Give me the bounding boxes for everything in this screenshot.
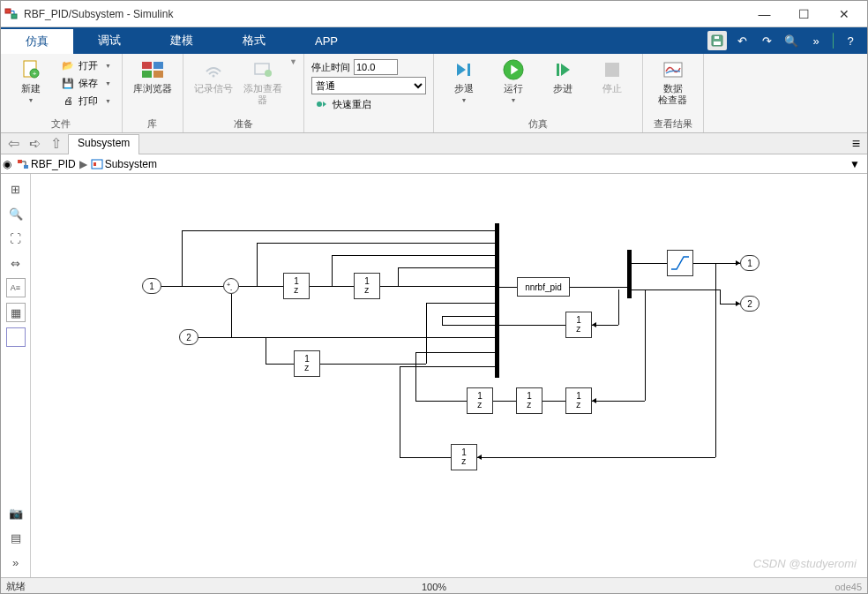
nav-back-icon[interactable]: ⇦: [4, 135, 22, 153]
quick-undo-icon[interactable]: ↶: [732, 31, 752, 50]
explorer-bar: ⇦ ➪ ⇧ Subsystem ≡: [1, 133, 867, 154]
wire: [198, 337, 495, 338]
title-bar: RBF_PID/Subsystem - Simulink — ☐ ✕: [1, 1, 867, 27]
library-icon: [142, 59, 163, 80]
annotate-area-icon[interactable]: [6, 327, 26, 347]
breadcrumb-dropdown[interactable]: ▼: [846, 158, 864, 170]
tab-simulate[interactable]: 仿真: [1, 27, 73, 54]
svg-rect-23: [92, 160, 102, 169]
fit-icon[interactable]: ⛶: [6, 229, 26, 248]
prep-expand[interactable]: ▼: [289, 57, 296, 66]
step-back-button[interactable]: 步退 ▼: [441, 57, 487, 105]
wire: [400, 457, 451, 458]
palette: ⊞ 🔍 ⛶ ⇔ A≡ ▦ 📷 ▤ »: [1, 174, 31, 577]
wire: [645, 289, 646, 401]
print-icon: 🖨: [61, 94, 75, 108]
save-button[interactable]: 💾保存▼: [57, 75, 115, 91]
delay-fb4[interactable]: 1 z: [467, 387, 493, 414]
arrow: [736, 260, 740, 266]
delay-fb1[interactable]: 1 z: [565, 312, 592, 338]
status-ready: 就绪: [6, 580, 26, 593]
step-forward-button[interactable]: 步进: [540, 57, 586, 96]
wire: [592, 401, 645, 402]
tab-debug[interactable]: 调试: [73, 27, 146, 54]
work-area: ⊞ 🔍 ⛶ ⇔ A≡ ▦ 📷 ▤ » 1 2 +- 1 z 1 z 1 z nn…: [1, 174, 867, 577]
group-label-sim: 仿真: [441, 116, 635, 132]
stoptime-input[interactable]: [354, 59, 398, 75]
delay-fb2[interactable]: 1 z: [565, 387, 592, 414]
sub-label: Subsystem: [105, 158, 157, 170]
mode-select[interactable]: 普通: [311, 77, 426, 94]
quick-more-icon[interactable]: »: [806, 31, 826, 50]
model-badge-icon[interactable]: ◉: [3, 158, 11, 170]
new-label: 新建: [21, 83, 41, 94]
outport-1[interactable]: 1: [740, 255, 760, 271]
svg-point-12: [212, 75, 214, 78]
wire: [400, 366, 400, 457]
minimize-button[interactable]: —: [745, 2, 784, 26]
quick-search-icon[interactable]: 🔍: [782, 31, 801, 50]
hamburger-icon[interactable]: ≡: [845, 136, 867, 152]
outport-2[interactable]: 2: [740, 296, 760, 312]
mux-block[interactable]: [495, 223, 499, 378]
inport-1[interactable]: 1: [142, 278, 161, 294]
fn-block[interactable]: nnrbf_pid: [517, 277, 570, 297]
canvas-tab[interactable]: Subsystem: [68, 134, 139, 154]
open-button[interactable]: 📂打开▼: [57, 57, 115, 73]
maximize-button[interactable]: ☐: [784, 2, 824, 26]
group-label-lib: 库: [130, 116, 176, 132]
tab-format[interactable]: 格式: [218, 27, 290, 54]
delay-2[interactable]: 1 z: [354, 273, 380, 299]
wire: [426, 303, 495, 304]
delay-fb3[interactable]: 1 z: [516, 387, 542, 414]
run-label: 运行: [504, 83, 523, 94]
expand-icon[interactable]: »: [6, 553, 26, 572]
canvas[interactable]: 1 2 +- 1 z 1 z 1 z nnrbf_pid 1 2 1 z 1 z…: [36, 179, 862, 572]
data-inspector-button[interactable]: 数据 检查器: [650, 57, 696, 108]
quick-help-icon[interactable]: ?: [841, 31, 860, 50]
group-prepare: 记录信号 添加查看器 ▼ 准备: [183, 54, 304, 132]
model-browser-icon[interactable]: ▤: [6, 528, 26, 547]
annotate-image-icon[interactable]: ▦: [6, 303, 26, 322]
arrow: [592, 398, 596, 403]
delay-fb5[interactable]: 1 z: [451, 444, 477, 470]
status-zoom[interactable]: 100%: [422, 582, 446, 592]
close-button[interactable]: ✕: [824, 2, 864, 26]
quick-save-icon[interactable]: [707, 31, 727, 50]
delay-3[interactable]: 1 z: [294, 350, 320, 377]
sum-block[interactable]: +-: [223, 278, 239, 294]
svg-rect-11: [153, 71, 163, 78]
hide-palette-icon[interactable]: ⊞: [6, 179, 26, 199]
model-icon: [17, 159, 29, 169]
new-button[interactable]: + 新建 ▼: [8, 57, 54, 105]
nav-up-icon[interactable]: ⇧: [47, 135, 64, 153]
saturation-block[interactable]: [667, 250, 693, 276]
fast-restart-button[interactable]: 快速重启: [311, 96, 426, 112]
library-browser-button[interactable]: 库浏览器: [130, 57, 176, 96]
stoptime-label: 停止时间: [311, 61, 350, 74]
log-signals-button: 记录信号: [191, 57, 236, 96]
svg-rect-1: [11, 14, 17, 19]
divider: [833, 33, 834, 49]
annotate-text-icon[interactable]: A≡: [6, 278, 26, 297]
print-button[interactable]: 🖨打印▼: [57, 93, 115, 109]
delay-1[interactable]: 1 z: [283, 273, 310, 299]
screenshot-icon[interactable]: 📷: [6, 503, 26, 523]
breadcrumb-sub[interactable]: Subsystem: [91, 158, 157, 170]
tab-modeling[interactable]: 建模: [146, 27, 218, 54]
tab-app[interactable]: APP: [290, 27, 363, 54]
status-solver[interactable]: ode45: [834, 582, 862, 592]
zoom-in-icon[interactable]: 🔍: [6, 204, 26, 223]
quick-redo-icon[interactable]: ↷: [757, 31, 776, 50]
svg-rect-0: [5, 9, 11, 13]
log-label: 记录信号: [194, 83, 233, 94]
nav-fwd-icon[interactable]: ➪: [26, 135, 43, 153]
run-button[interactable]: 运行 ▼: [490, 57, 536, 105]
wire: [380, 286, 495, 287]
wire: [415, 401, 467, 402]
wire: [332, 255, 333, 286]
pan-icon[interactable]: ⇔: [6, 253, 26, 273]
breadcrumb-root[interactable]: RBF_PID: [17, 158, 76, 170]
window-title: RBF_PID/Subsystem - Simulink: [24, 8, 745, 20]
inport-2[interactable]: 2: [179, 329, 198, 345]
